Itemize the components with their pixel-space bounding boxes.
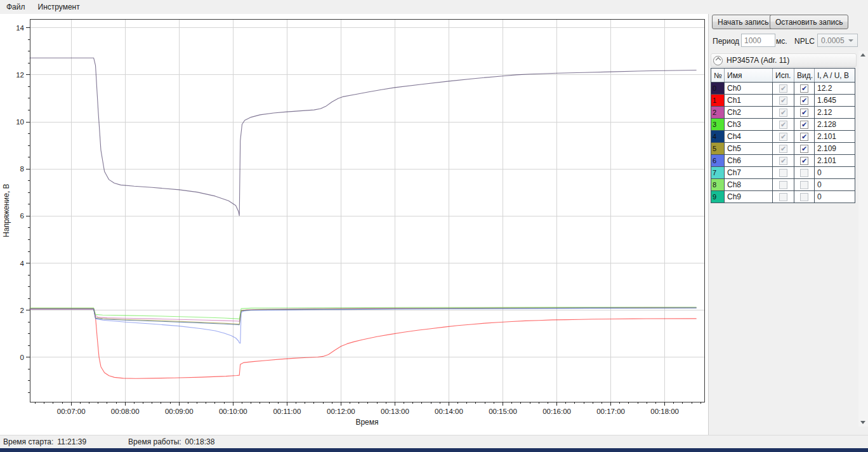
visible-checkbox[interactable] (800, 169, 808, 177)
used-cell (773, 107, 794, 118)
menu-file[interactable]: Файл (0, 0, 32, 14)
svg-text:Напряжение, В: Напряжение, В (2, 183, 11, 237)
channel-value: 2.101 (815, 155, 855, 166)
channel-table-header: № Имя Исп. Вид. I, A / U, B (711, 69, 855, 83)
status-bar: Время старта: 11:21:39 Время работы: 00:… (0, 435, 868, 448)
svg-text:6: 6 (20, 212, 24, 220)
chart-region: 00:07:0000:08:0000:09:0000:10:0000:11:00… (0, 14, 709, 435)
channel-color-swatch: 6 (711, 155, 725, 166)
channel-color-swatch: 8 (711, 179, 725, 190)
used-checkbox[interactable] (779, 193, 787, 201)
collapse-chevron-icon[interactable] (713, 56, 723, 65)
visible-checkbox[interactable] (800, 109, 808, 117)
start-time-label: Время старта: (3, 437, 53, 446)
svg-text:00:14:00: 00:14:00 (435, 408, 463, 415)
channel-value: 2.128 (815, 119, 855, 130)
channel-value: 12.2 (815, 83, 855, 94)
period-label: Период (713, 37, 739, 46)
visible-checkbox[interactable] (800, 84, 808, 93)
uptime-value: 00:18:38 (185, 437, 215, 446)
used-checkbox[interactable] (779, 169, 787, 177)
visible-checkbox[interactable] (800, 181, 808, 189)
channel-name: Ch5 (725, 143, 773, 154)
visible-cell (794, 131, 815, 142)
svg-text:2: 2 (20, 307, 24, 314)
channel-name: Ch9 (725, 191, 773, 203)
svg-text:00:15:00: 00:15:00 (489, 408, 517, 415)
control-panel: Начать запись Остановить запись Период м… (709, 14, 868, 435)
channel-value: 0 (815, 179, 855, 190)
svg-text:14: 14 (16, 24, 24, 32)
channel-color-swatch: 7 (711, 167, 725, 178)
svg-text:00:13:00: 00:13:00 (381, 408, 409, 415)
visible-checkbox[interactable] (800, 145, 808, 153)
taskbar-edge (0, 448, 868, 452)
channel-color-swatch: 1 (711, 95, 725, 106)
visible-checkbox[interactable] (800, 193, 808, 201)
channel-value: 2.101 (815, 131, 855, 142)
used-checkbox[interactable] (779, 109, 787, 117)
visible-checkbox[interactable] (800, 121, 808, 129)
used-cell (773, 143, 794, 154)
channel-color-swatch: 9 (711, 191, 725, 203)
channel-color-swatch: 5 (711, 143, 725, 154)
used-checkbox[interactable] (779, 133, 787, 141)
visible-checkbox[interactable] (800, 96, 808, 105)
column-header-name: Имя (725, 69, 773, 82)
table-row: 4Ch42.101 (711, 131, 855, 143)
used-cell (773, 95, 794, 106)
uptime-label: Время работы: (128, 437, 181, 446)
used-checkbox[interactable] (779, 121, 787, 129)
scroll-up-icon[interactable] (860, 53, 865, 56)
channel-color-swatch: 0 (711, 83, 725, 94)
menu-bar: Файл Инструмент (0, 0, 868, 14)
visible-cell (794, 155, 815, 166)
channel-value: 1.645 (815, 95, 855, 106)
used-cell (773, 167, 794, 178)
svg-text:00:17:00: 00:17:00 (596, 408, 625, 415)
column-header-number: № (711, 69, 725, 82)
table-row: 1Ch11.645 (711, 95, 855, 107)
column-header-used: Исп. (773, 69, 794, 82)
table-row: 9Ch90 (711, 191, 855, 203)
table-row: 0Ch012.2 (711, 83, 855, 95)
table-row: 8Ch80 (711, 179, 855, 191)
used-cell (773, 155, 794, 166)
visible-checkbox[interactable] (800, 133, 808, 141)
scroll-down-icon[interactable] (860, 421, 865, 424)
used-cell (773, 83, 794, 94)
instrument-expander-header[interactable]: HP3457A (Adr. 11) (711, 53, 857, 67)
acquisition-settings-row: Период мс. NPLC 0.0005 (709, 33, 868, 50)
visible-cell (794, 143, 815, 154)
svg-text:00:07:00: 00:07:00 (57, 408, 86, 415)
used-cell (773, 191, 794, 203)
used-checkbox[interactable] (779, 145, 787, 153)
channel-color-swatch: 2 (711, 107, 725, 118)
start-record-button[interactable]: Начать запись (712, 15, 774, 29)
nplc-select[interactable]: 0.0005 (817, 34, 858, 47)
menu-instrument[interactable]: Инструмент (32, 0, 86, 14)
used-checkbox[interactable] (779, 157, 787, 165)
used-cell (773, 131, 794, 142)
channel-name: Ch6 (725, 155, 773, 166)
table-row: 3Ch32.128 (711, 119, 855, 131)
used-checkbox[interactable] (779, 181, 787, 189)
svg-text:00:10:00: 00:10:00 (219, 408, 247, 415)
channel-color-swatch: 3 (711, 119, 725, 130)
svg-text:0: 0 (20, 354, 24, 361)
panel-scrollbar[interactable] (858, 51, 868, 427)
used-checkbox[interactable] (779, 84, 787, 93)
visible-cell (794, 179, 815, 190)
stop-record-button[interactable]: Остановить запись (770, 15, 848, 29)
visible-cell (794, 95, 815, 106)
column-header-value: I, A / U, B (815, 69, 855, 82)
channel-name: Ch2 (725, 107, 773, 118)
nplc-value: 0.0005 (818, 36, 848, 45)
visible-cell (794, 107, 815, 118)
period-input[interactable] (741, 34, 775, 47)
visible-checkbox[interactable] (800, 157, 808, 165)
used-checkbox[interactable] (779, 96, 787, 105)
table-row: 2Ch22.12 (711, 107, 855, 119)
visible-cell (794, 191, 815, 203)
visible-cell (794, 83, 815, 94)
